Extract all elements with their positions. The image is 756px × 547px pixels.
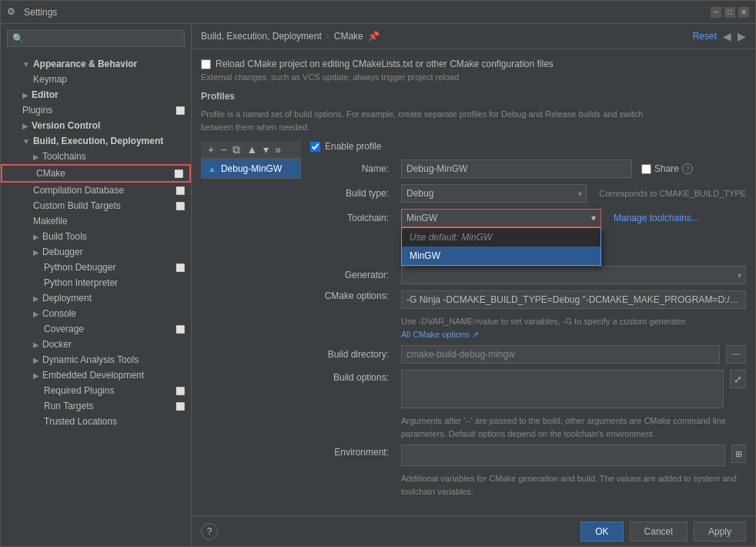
sidebar-item-build-exec[interactable]: ▼ Build, Execution, Deployment <box>1 133 191 149</box>
toolchain-select[interactable]: MinGW ▾ <box>401 209 601 227</box>
sidebar-item-docker[interactable]: ▶ Docker <box>1 337 191 352</box>
sidebar-item-build-tools[interactable]: ▶ Build Tools <box>1 229 191 244</box>
sidebar-item-deployment[interactable]: ▶ Deployment <box>1 290 191 306</box>
settings-icon: ⬜ <box>176 387 185 395</box>
arrow-icon: ▶ <box>33 294 39 303</box>
sidebar-item-label: Appearance & Behavior <box>33 59 137 69</box>
close-button[interactable]: ✕ <box>738 7 749 18</box>
dialog-buttons: OK Cancel Apply <box>580 522 746 542</box>
breadcrumb-separator: › <box>326 31 329 42</box>
ok-button[interactable]: OK <box>580 522 623 542</box>
manage-toolchains-link[interactable]: Manage toolchains... <box>614 213 699 223</box>
help-icon[interactable]: ? <box>682 163 693 174</box>
profiles-list: ▲ Debug-MinGW <box>201 159 301 179</box>
dropdown-option-mingw[interactable]: MinGW <box>402 247 600 265</box>
gear-icon: ⬜ <box>176 106 185 115</box>
up-profile-button[interactable]: ▲ <box>244 143 259 156</box>
sidebar-item-label: Build, Execution, Deployment <box>33 136 163 146</box>
sidebar-item-trusted-locations[interactable]: Trusted Locations <box>1 414 191 429</box>
sidebar-item-label: CMake <box>36 168 65 179</box>
sidebar-item-label: Custom Build Targets <box>33 200 121 211</box>
sidebar-item-debugger[interactable]: ▶ Debugger <box>1 244 191 260</box>
window-title: Settings <box>24 7 711 18</box>
breadcrumb-parent: Build, Execution, Deployment <box>201 31 322 42</box>
sidebar-item-python-debugger[interactable]: Python Debugger ⬜ <box>1 260 191 275</box>
cmake-all-options-link[interactable]: All CMake options ↗ <box>401 330 479 339</box>
minimize-button[interactable]: ─ <box>711 7 721 18</box>
profiles-desc-text: Profile is a named set of build options.… <box>201 109 643 119</box>
generator-select[interactable]: Ninja Make <box>401 266 746 284</box>
sidebar-item-embedded-dev[interactable]: ▶ Embedded Development <box>1 367 191 383</box>
cancel-button[interactable]: Cancel <box>630 522 687 542</box>
build-dir-input[interactable] <box>401 345 720 364</box>
sidebar-item-makefile[interactable]: Makefile <box>1 213 191 229</box>
cmake-icon: ▲ <box>208 164 216 173</box>
more-profile-button[interactable]: » <box>273 143 283 156</box>
apply-button[interactable]: Apply <box>694 522 746 542</box>
sidebar-item-editor[interactable]: ▶ Editor <box>1 87 191 102</box>
nav-back-button[interactable]: ◀ <box>723 30 731 42</box>
share-row: Share ? <box>641 163 693 174</box>
arrow-icon: ▶ <box>33 310 39 318</box>
enable-profile-checkbox[interactable] <box>310 142 320 152</box>
settings-icon: ⬜ <box>176 263 185 272</box>
sidebar-item-required-plugins[interactable]: Required Plugins ⬜ <box>1 383 191 398</box>
sidebar-item-label: Keymap <box>33 74 67 85</box>
arrow-icon: ▼ <box>22 60 30 69</box>
sidebar-item-python-interpreter[interactable]: Python Interpreter <box>1 275 191 290</box>
sidebar-item-plugins[interactable]: Plugins ⬜ <box>1 102 191 118</box>
environment-input[interactable] <box>401 445 725 466</box>
cmake-opts-input[interactable] <box>401 290 746 309</box>
sidebar-item-run-targets[interactable]: Run Targets ⬜ <box>1 398 191 414</box>
share-checkbox[interactable] <box>641 164 651 174</box>
reload-row: Reload CMake project on editing CMakeLis… <box>201 59 746 69</box>
sidebar-item-keymap[interactable]: Keymap <box>1 72 191 87</box>
reset-button[interactable]: Reset <box>693 31 717 42</box>
sidebar-item-coverage[interactable]: Coverage ⬜ <box>1 321 191 337</box>
right-panel: Build, Execution, Deployment › CMake 📌 R… <box>192 24 755 546</box>
sidebar-item-label: Python Interpreter <box>44 277 118 288</box>
remove-profile-button[interactable]: − <box>218 143 229 156</box>
copy-profile-button[interactable]: ⧉ <box>230 143 243 156</box>
sidebar-item-version-control[interactable]: ▶ Version Control <box>1 118 191 133</box>
sidebar-item-label: Toolchains <box>42 151 86 162</box>
profile-item[interactable]: ▲ Debug-MinGW <box>202 159 300 178</box>
browse-button[interactable]: ⋯ <box>726 345 746 364</box>
app-icon: ⚙ <box>7 6 19 18</box>
bottom-bar: ? OK Cancel Apply <box>192 515 755 546</box>
expand-button[interactable]: ⤢ <box>730 370 746 388</box>
name-row: Name: Share ? <box>310 159 746 178</box>
sidebar-item-cmake[interactable]: CMake ⬜ <box>1 164 191 183</box>
name-input[interactable] <box>401 159 632 178</box>
name-field-label: Name: <box>310 163 395 174</box>
help-button[interactable]: ? <box>201 523 218 540</box>
profiles-panel: + − ⧉ ▲ ▾ » ▲ Debug-MinGW <box>201 141 301 501</box>
env-edit-button[interactable]: ⊞ <box>731 445 746 463</box>
enable-profile-row: Enable profile <box>310 141 746 152</box>
build-opts-input[interactable] <box>401 370 724 408</box>
sidebar-item-dynamic-analysis[interactable]: ▶ Dynamic Analysis Tools <box>1 352 191 367</box>
sidebar-item-appearance[interactable]: ▼ Appearance & Behavior <box>1 56 191 72</box>
build-type-select[interactable]: Debug Release RelWithDebInfo MinSizeRel <box>401 184 587 203</box>
profiles-area: + − ⧉ ▲ ▾ » ▲ Debug-MinGW <box>201 141 746 501</box>
nav-forward-button[interactable]: ▶ <box>738 30 746 42</box>
reload-checkbox[interactable] <box>201 59 211 69</box>
maximize-button[interactable]: □ <box>724 7 735 18</box>
build-dir-label: Build directory: <box>310 349 395 360</box>
sidebar-item-label: Run Targets <box>44 401 93 411</box>
sidebar-item-console[interactable]: ▶ Console <box>1 306 191 321</box>
add-profile-button[interactable]: + <box>206 143 216 156</box>
toolchain-row: Toolchain: MinGW ▾ Use default: MinGW Mi… <box>310 209 746 227</box>
sidebar-item-toolchains[interactable]: ▶ Toolchains <box>1 149 191 164</box>
sidebar-tree: ▼ Appearance & Behavior Keymap ▶ Editor … <box>1 53 191 546</box>
dropdown-option-default[interactable]: Use default: MinGW <box>402 228 600 247</box>
sidebar-item-compilation-db[interactable]: Compilation Database ⬜ <box>1 183 191 198</box>
sidebar-item-label: Python Debugger <box>44 262 115 273</box>
toolchain-dropdown: Use default: MinGW MinGW <box>401 227 601 266</box>
sidebar-item-custom-build-targets[interactable]: Custom Build Targets ⬜ <box>1 198 191 213</box>
search-box <box>1 24 191 53</box>
down-profile-button[interactable]: ▾ <box>261 143 271 156</box>
search-input[interactable] <box>7 30 185 47</box>
environment-row: Environment: ⊞ <box>310 445 746 466</box>
panel-body: Reload CMake project on editing CMakeLis… <box>192 49 755 515</box>
